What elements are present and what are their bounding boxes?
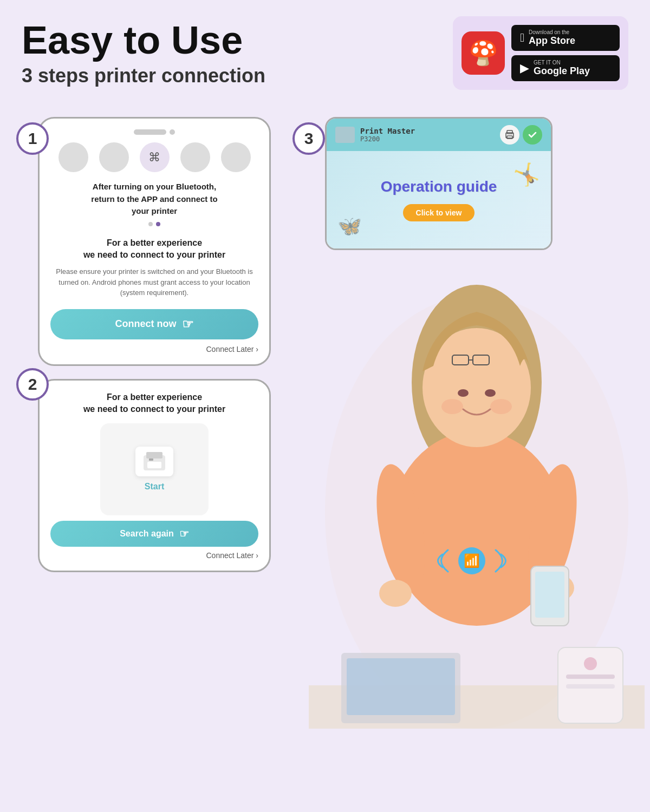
check-icon [527, 129, 538, 140]
deco-leaves: 🦋 [337, 215, 362, 238]
app-store-text: Download on the App Store [529, 29, 575, 47]
printer-thumbnail [335, 127, 355, 143]
right-column: 3 Print Master P3200 [292, 101, 639, 750]
click-to-view-button[interactable]: Click to view [403, 204, 475, 221]
svg-point-21 [379, 580, 412, 607]
printer-icon-box [135, 447, 173, 476]
connect-message: After turning on your Bluetooth, return … [50, 181, 258, 218]
step2-badge: 2 [16, 368, 49, 401]
bt-circle-1 [58, 142, 88, 172]
search-again-button[interactable]: Search again ☞ [50, 521, 258, 547]
hand-pointer-icon-2: ☞ [179, 527, 189, 540]
svg-rect-24 [535, 572, 564, 618]
woman-photo-area: 📶 [309, 241, 645, 729]
bluetooth-center-icon: 📶 [458, 547, 485, 574]
connect-now-button[interactable]: Connect now ☞ [50, 309, 258, 339]
title-area: Easy to Use 3 steps printer connection [22, 19, 265, 87]
print-icon-btn[interactable] [500, 125, 519, 145]
printer-start-label: Start [145, 482, 164, 492]
svg-rect-29 [566, 675, 615, 679]
step2-container: 2 For a better experience we need to con… [11, 379, 282, 572]
operation-icons [500, 125, 542, 145]
google-play-big: Google Play [534, 66, 590, 77]
svg-point-31 [584, 657, 597, 670]
bluetooth-waves: 📶 [424, 545, 520, 577]
bt-circle-active: ⌘ [140, 142, 170, 172]
woman-illustration [309, 241, 645, 729]
operation-panel: Print Master P3200 [325, 117, 552, 250]
svg-rect-3 [149, 459, 153, 461]
step1-phone-mockup: ⌘ After turning on your Bluetooth, retur… [38, 117, 271, 366]
dot-1 [148, 222, 153, 226]
app-icon-row: 🍄  Download on the App Store ▶ GET IT O… [461, 25, 620, 81]
phone-notch [134, 129, 166, 135]
printer-name: Print Master [360, 127, 415, 135]
svg-point-18 [490, 399, 512, 414]
header: Easy to Use 3 steps printer connection 🍄… [0, 0, 650, 101]
play-icon: ▶ [520, 61, 529, 75]
app-badges: 🍄  Download on the App Store ▶ GET IT O… [453, 16, 628, 90]
svg-point-15 [458, 389, 469, 397]
operation-header: Print Master P3200 [327, 119, 551, 151]
google-play-badge[interactable]: ▶ GET IT ON Google Play [511, 55, 620, 81]
better-exp-title: For a better experience we need to conne… [50, 237, 258, 261]
bluetooth-row: ⌘ [50, 142, 258, 172]
svg-rect-27 [347, 658, 455, 715]
svg-rect-6 [507, 136, 512, 139]
printer-info: Print Master P3200 [335, 127, 415, 143]
step3-badge: 3 [292, 122, 325, 155]
phone-camera [170, 129, 175, 135]
main-content: 1 ⌘ After [0, 101, 650, 750]
app-icon: 🍄 [461, 31, 505, 75]
step2-better-title: For a better experience we need to conne… [50, 391, 258, 416]
operation-guide-title: Operation guide [381, 178, 497, 195]
sub-title: 3 steps printer connection [22, 64, 265, 87]
left-column: 1 ⌘ After [11, 101, 282, 750]
svg-point-16 [485, 389, 496, 397]
google-play-small: GET IT ON [534, 60, 590, 66]
page-layout: Easy to Use 3 steps printer connection 🍄… [0, 0, 650, 812]
app-store-badge[interactable]:  Download on the App Store [511, 25, 620, 51]
phone-top-bar [50, 129, 258, 135]
apple-icon:  [520, 31, 524, 45]
step1-container: 1 ⌘ After [11, 117, 282, 366]
app-store-small: Download on the [529, 29, 575, 35]
dot-indicator [50, 222, 258, 226]
svg-rect-30 [566, 684, 615, 689]
mushroom-icon: 🍄 [469, 39, 498, 67]
printer-svg [141, 451, 168, 473]
deco-person: 🤸 [513, 162, 540, 187]
main-title: Easy to Use [22, 19, 265, 62]
google-play-text: GET IT ON Google Play [534, 60, 590, 77]
app-store-big: App Store [529, 35, 575, 47]
step3-container: 3 Print Master P3200 [303, 117, 639, 250]
svg-rect-2 [147, 462, 161, 468]
bt-circle-4 [221, 142, 251, 172]
svg-rect-1 [146, 452, 162, 459]
printer-name-group: Print Master P3200 [360, 127, 415, 143]
step2-connect-later[interactable]: Connect Later › [50, 551, 258, 560]
svg-rect-5 [507, 130, 512, 134]
right-waves-svg [487, 545, 520, 577]
bt-circle-2 [99, 142, 129, 172]
check-icon-btn[interactable] [523, 125, 542, 145]
connect-later-link[interactable]: Connect Later › [50, 345, 258, 353]
bluetooth-symbol: ⌘ [148, 150, 160, 165]
step2-phone-mockup: For a better experience we need to conne… [38, 379, 271, 572]
step1-badge: 1 [16, 122, 49, 155]
badges-col:  Download on the App Store ▶ GET IT ON … [511, 25, 620, 81]
operation-body: 🦋 🤸 Operation guide Click to view [327, 151, 551, 248]
printer-card: Start [100, 423, 209, 515]
left-waves-svg [424, 545, 456, 577]
bt-circle-3 [180, 142, 210, 172]
printer-model: P3200 [360, 135, 415, 143]
better-exp-desc: Please ensure your printer is switched o… [50, 266, 258, 298]
dot-active [156, 222, 160, 226]
hand-pointer-icon: ☞ [182, 317, 194, 332]
svg-point-17 [441, 399, 463, 414]
printer-icon [504, 129, 515, 140]
